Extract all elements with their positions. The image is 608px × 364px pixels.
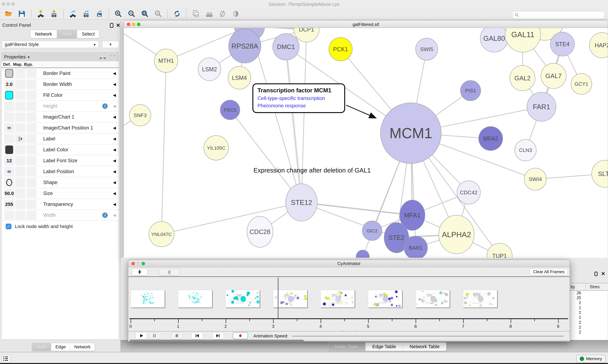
style-tab-edge[interactable]: Edge xyxy=(51,343,70,351)
clear-all-frames-button[interactable]: Clear All Frames xyxy=(530,269,568,275)
property-map-cell[interactable] xyxy=(15,134,25,143)
node-mcm1[interactable]: MCM1 xyxy=(380,103,441,164)
table-cell-value[interactable]: 2 xyxy=(570,325,581,330)
property-row[interactable]: Label Color◀ xyxy=(1,144,119,155)
expand-property-icon[interactable]: ◀ xyxy=(113,213,116,217)
table-cell-value[interactable]: 2 xyxy=(570,310,581,315)
expand-property-icon[interactable]: ◀ xyxy=(113,71,116,76)
property-row[interactable]: Heighti◀ xyxy=(1,101,119,112)
frame-thumbnail-5[interactable] xyxy=(368,290,402,308)
info-icon[interactable]: i xyxy=(102,212,108,218)
memory-indicator[interactable]: Memory xyxy=(576,355,606,363)
expand-property-icon[interactable]: ◀ xyxy=(113,104,116,108)
property-byp-cell[interactable] xyxy=(26,211,36,220)
node-yil105c[interactable]: YIL105C xyxy=(204,135,228,160)
frame-thumbnail-7[interactable] xyxy=(463,290,497,308)
expand-property-icon[interactable]: ◀ xyxy=(113,169,116,174)
property-map-cell[interactable] xyxy=(15,102,25,111)
color-swatch[interactable] xyxy=(5,145,13,154)
property-def-cell[interactable] xyxy=(4,167,14,176)
property-row[interactable]: Shape◀ xyxy=(1,177,119,188)
property-row[interactable]: Label◀ xyxy=(1,133,119,144)
expand-property-icon[interactable]: ◀ xyxy=(113,82,116,87)
expand-property-icon[interactable]: ◀ xyxy=(113,137,116,141)
node-gcy1[interactable]: GCY1 xyxy=(571,74,592,94)
node-gal80[interactable]: GAL80 xyxy=(480,28,508,52)
skip-end-button[interactable] xyxy=(212,332,224,339)
node-pis1[interactable]: PIS1 xyxy=(460,80,481,101)
close-panel-icon[interactable]: ✕ xyxy=(601,271,605,277)
color-swatch[interactable] xyxy=(5,91,13,99)
property-map-cell[interactable] xyxy=(15,200,25,209)
animation-speed-slider[interactable] xyxy=(292,336,564,337)
node-gal2[interactable]: GAL2 xyxy=(510,65,535,91)
copy-view-icon[interactable] xyxy=(192,10,200,18)
node-swi4[interactable]: SWI4 xyxy=(524,168,546,190)
node-hap2[interactable]: HAP2 xyxy=(590,33,608,58)
float-panel-icon[interactable] xyxy=(110,23,113,28)
tab-network[interactable]: Network xyxy=(30,30,57,38)
node-gal7[interactable]: GAL7 xyxy=(541,63,566,89)
property-def-cell[interactable]: 255 xyxy=(4,200,14,209)
refresh-icon[interactable] xyxy=(173,10,181,18)
binoculars-icon[interactable] xyxy=(205,10,213,18)
property-row[interactable]: Border Paint◀ xyxy=(1,68,119,79)
table-cell-value[interactable]: 2 xyxy=(570,315,581,320)
timeline-scrollbar[interactable] xyxy=(129,340,569,341)
node-gic2[interactable]: GIC2 xyxy=(362,221,382,241)
property-map-cell[interactable] xyxy=(15,189,25,198)
annotation-link-1[interactable]: Cell-type-specific transcription xyxy=(257,95,340,101)
property-row[interactable]: 2.0Border Width◀ xyxy=(1,79,119,90)
node-gal11[interactable]: GAL11 xyxy=(505,28,540,52)
node-mth1[interactable]: MTH1 xyxy=(154,49,178,72)
close-panel-icon[interactable]: ✕ xyxy=(116,22,121,28)
table-cell-value[interactable]: 25 xyxy=(570,296,581,300)
node-cln3[interactable]: CLN3 xyxy=(515,140,536,161)
style-tab-node[interactable]: Node xyxy=(32,343,51,351)
property-def-cell[interactable] xyxy=(4,178,14,187)
property-def-cell[interactable]: 12 xyxy=(4,156,14,165)
property-byp-cell[interactable] xyxy=(26,189,36,198)
expand-property-icon[interactable]: ◀ xyxy=(113,158,116,163)
node-ste12[interactable]: STE12 xyxy=(286,184,317,221)
property-map-cell[interactable] xyxy=(15,178,25,187)
property-row[interactable]: Label Position◀ xyxy=(1,166,119,177)
node-tup1[interactable]: TUP1 xyxy=(487,243,512,260)
timeline-playhead[interactable] xyxy=(278,277,278,319)
expand-property-icon[interactable]: ◀ xyxy=(113,115,116,119)
node-swi5[interactable]: SWI5 xyxy=(416,38,438,60)
property-def-cell[interactable]: 2.0 xyxy=(4,80,14,89)
node-dmc1[interactable]: DMC1 xyxy=(273,34,299,60)
property-row[interactable]: 50.0Size◀ xyxy=(1,188,119,199)
node-lsm2[interactable]: LSM2 xyxy=(198,58,221,81)
expand-property-icon[interactable]: ◀ xyxy=(113,93,116,97)
property-byp-cell[interactable] xyxy=(26,80,36,89)
float-panel-icon[interactable] xyxy=(594,272,597,276)
frame-thumbnail-1[interactable] xyxy=(178,290,212,308)
node-slt2[interactable]: SLT2 xyxy=(592,160,608,187)
property-map-cell[interactable] xyxy=(15,80,25,89)
table-cell-value[interactable]: 1 xyxy=(570,305,581,310)
property-map-cell[interactable] xyxy=(15,123,25,132)
property-byp-cell[interactable] xyxy=(26,123,36,132)
property-def-cell[interactable] xyxy=(4,134,14,143)
node-rps28a[interactable]: RPS28A xyxy=(229,29,261,63)
properties-header[interactable]: Properties ⌄⌄ ⌃⌃ xyxy=(1,52,119,61)
lock-size-checkbox[interactable] xyxy=(6,224,11,229)
table-cell-value[interactable]: 2 xyxy=(570,300,581,305)
pause-button[interactable] xyxy=(149,332,160,339)
table-cell-value[interactable]: 26 xyxy=(570,291,581,296)
expand-property-icon[interactable]: ◀ xyxy=(113,126,116,130)
add-frame-button[interactable] xyxy=(132,269,148,275)
property-byp-cell[interactable] xyxy=(26,91,36,100)
skip-start-button[interactable] xyxy=(191,332,203,339)
color-swatch[interactable] xyxy=(5,69,13,78)
property-map-cell[interactable] xyxy=(15,145,25,154)
property-map-cell[interactable] xyxy=(15,91,25,100)
property-byp-cell[interactable] xyxy=(26,178,36,187)
property-map-cell[interactable] xyxy=(15,156,25,165)
expand-property-icon[interactable]: ◀ xyxy=(113,147,116,152)
record-button[interactable] xyxy=(233,332,248,339)
annotation-box[interactable]: Transcription factor MCM1 Cell-type-spec… xyxy=(252,83,345,113)
info-icon[interactable]: i xyxy=(102,104,108,109)
